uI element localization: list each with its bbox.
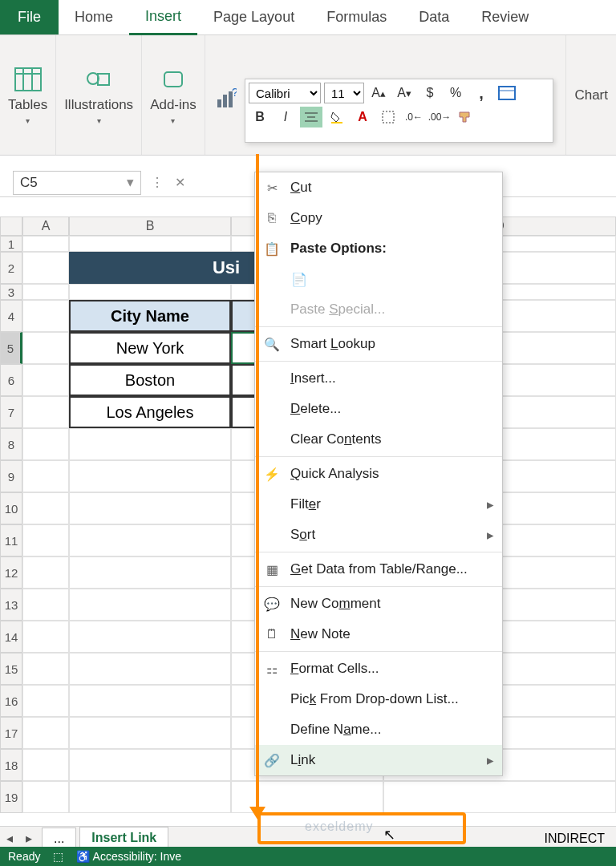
font-size-select[interactable]: 11 xyxy=(324,83,364,103)
fill-color-icon[interactable] xyxy=(326,107,348,127)
cell[interactable] xyxy=(22,460,69,492)
ctx-new-note[interactable]: 🗒New Note xyxy=(255,619,502,650)
ctx-delete[interactable]: Delete... xyxy=(255,394,502,424)
cell[interactable] xyxy=(22,653,69,685)
cell[interactable] xyxy=(22,300,69,332)
cell[interactable] xyxy=(22,252,69,284)
cell[interactable] xyxy=(69,236,231,252)
row-header[interactable]: 13 xyxy=(0,589,22,621)
tab-page-layout[interactable]: Page Layout xyxy=(197,1,310,34)
cell[interactable] xyxy=(22,621,69,653)
row-header[interactable]: 9 xyxy=(0,460,22,492)
cell[interactable] xyxy=(383,781,616,813)
row-header[interactable]: 8 xyxy=(0,428,22,460)
ribbon-tables[interactable]: Tables ▾ xyxy=(0,35,56,155)
cell[interactable] xyxy=(22,284,69,300)
row-header[interactable]: 3 xyxy=(0,284,22,300)
cell[interactable] xyxy=(69,428,231,460)
cell[interactable] xyxy=(22,749,69,781)
tab-file[interactable]: File xyxy=(0,0,59,34)
tab-insert[interactable]: Insert xyxy=(129,0,197,35)
font-select[interactable]: Calibri xyxy=(249,83,321,103)
select-all-corner[interactable] xyxy=(0,216,22,236)
tab-review[interactable]: Review xyxy=(465,1,545,34)
font-color-icon[interactable]: A xyxy=(351,107,374,127)
cell[interactable] xyxy=(22,236,69,252)
format-table-icon[interactable] xyxy=(496,83,518,103)
ctx-get-data[interactable]: ▦Get Data from Table/Range... xyxy=(255,554,502,585)
cancel-icon[interactable]: ✕ xyxy=(170,173,189,192)
sheet-nav-prev[interactable]: ◂ xyxy=(0,831,19,846)
row-header[interactable]: 18 xyxy=(0,749,22,781)
cell[interactable] xyxy=(22,717,69,749)
cell[interactable]: Los Angeles xyxy=(69,396,231,428)
cell[interactable] xyxy=(22,364,69,396)
ribbon-addins[interactable]: Add-ins ▾ xyxy=(142,35,205,155)
ctx-cut[interactable]: ✂Cut xyxy=(255,172,502,203)
row-header[interactable]: 17 xyxy=(0,717,22,749)
row-header[interactable]: 11 xyxy=(0,524,22,556)
ctx-sort[interactable]: Sort▸ xyxy=(255,520,502,550)
cell[interactable] xyxy=(69,653,231,685)
ctx-paste-values[interactable]: 📄 xyxy=(255,264,502,294)
row-header[interactable]: 7 xyxy=(0,396,22,428)
cell[interactable] xyxy=(69,492,231,524)
cell[interactable] xyxy=(69,524,231,556)
row-header[interactable]: 6 xyxy=(0,364,22,396)
decrease-font-icon[interactable]: A▾ xyxy=(393,83,415,103)
cell[interactable] xyxy=(22,396,69,428)
cell[interactable] xyxy=(22,556,69,589)
bold-icon[interactable]: B xyxy=(249,107,271,127)
ctx-filter[interactable]: Filter▸ xyxy=(255,489,502,520)
sheet-tab-other[interactable]: INDIRECT xyxy=(533,828,616,849)
cell[interactable] xyxy=(22,332,69,364)
row-header[interactable]: 12 xyxy=(0,556,22,589)
cell[interactable] xyxy=(69,621,231,653)
row-header[interactable]: 16 xyxy=(0,685,22,717)
cell[interactable] xyxy=(22,428,69,460)
cell[interactable] xyxy=(69,717,231,749)
align-center-icon[interactable] xyxy=(300,107,322,127)
recommended-charts-icon[interactable]: ? xyxy=(213,87,237,110)
ctx-link[interactable]: 🔗Link▸ xyxy=(255,745,502,775)
cell[interactable] xyxy=(69,589,231,621)
row-header[interactable]: 19 xyxy=(0,781,22,813)
increase-font-icon[interactable]: A▴ xyxy=(367,83,390,103)
ribbon-chart-tools[interactable]: Chart xyxy=(566,35,616,155)
decrease-decimal-icon[interactable]: .0← xyxy=(403,107,425,127)
row-header[interactable]: 10 xyxy=(0,492,22,524)
col-header-A[interactable]: A xyxy=(22,216,69,236)
comma-icon[interactable]: , xyxy=(470,83,492,103)
tab-formulas[interactable]: Formulas xyxy=(310,1,403,34)
cell[interactable]: Boston xyxy=(69,364,231,396)
row-header[interactable]: 2 xyxy=(0,252,22,284)
row-header[interactable]: 14 xyxy=(0,621,22,653)
cell[interactable] xyxy=(22,685,69,717)
ribbon-illustrations[interactable]: Illustrations ▾ xyxy=(56,35,142,155)
cell[interactable] xyxy=(22,781,69,813)
cell[interactable] xyxy=(69,556,231,589)
increase-decimal-icon[interactable]: .00→ xyxy=(428,107,451,127)
ctx-format-cells[interactable]: ⚏Format Cells... xyxy=(255,654,502,684)
percent-icon[interactable]: % xyxy=(444,83,467,103)
borders-icon[interactable] xyxy=(377,107,399,127)
ctx-quick-analysis[interactable]: ⚡Quick Analysis xyxy=(255,459,502,489)
cell[interactable] xyxy=(69,781,231,813)
format-painter-icon[interactable] xyxy=(454,107,476,127)
row-header[interactable]: 4 xyxy=(0,300,22,332)
macro-record-icon[interactable]: ⬚ xyxy=(53,850,63,863)
ctx-define-name[interactable]: Define Name... xyxy=(255,714,502,745)
ctx-clear[interactable]: Clear Contents xyxy=(255,424,502,455)
accessibility-status[interactable]: ♿ Accessibility: Inve xyxy=(76,850,181,863)
ctx-pick-dropdown[interactable]: Pick From Drop-down List... xyxy=(255,684,502,714)
ctx-copy[interactable]: ⎘Copy xyxy=(255,203,502,233)
cell[interactable]: New York xyxy=(69,332,231,364)
ctx-smart-lookup[interactable]: 🔍Smart Lookup xyxy=(255,329,502,359)
cell[interactable] xyxy=(69,749,231,781)
cell[interactable] xyxy=(22,524,69,556)
row-header[interactable]: 5 xyxy=(0,332,22,364)
cell[interactable] xyxy=(69,460,231,492)
ctx-new-comment[interactable]: 💬New Comment xyxy=(255,589,502,619)
row-header[interactable]: 15 xyxy=(0,653,22,685)
ctx-insert[interactable]: Insert... xyxy=(255,363,502,394)
